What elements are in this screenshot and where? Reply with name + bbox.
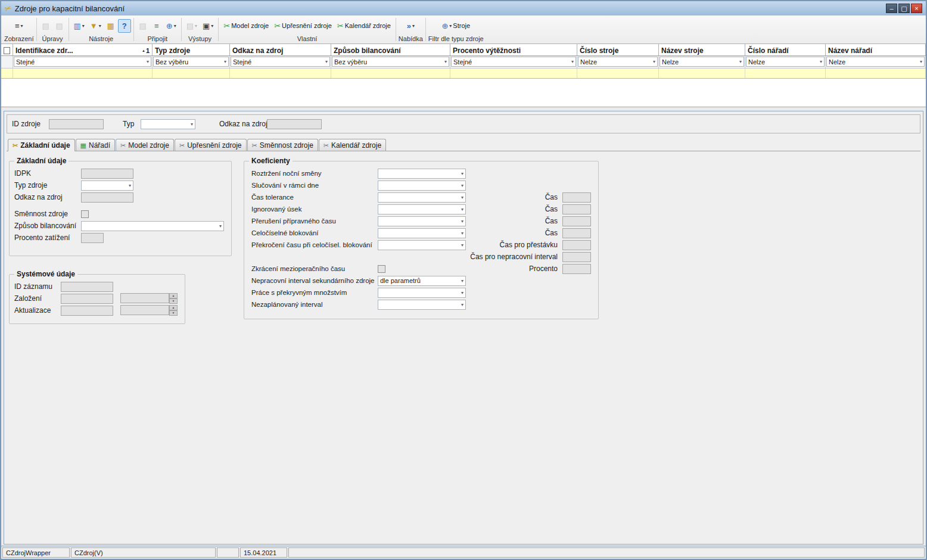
toolbar-group-label: Nástroje <box>71 35 131 43</box>
title-bar: ✂ Zdroje pro kapacitní bilancování – ▢ × <box>1 1 926 15</box>
column-header-identifikace[interactable]: Identifikace zdr... ▲ 1 <box>13 44 153 55</box>
field-label: Ignorovaný úsek <box>251 206 378 213</box>
filter-combo-cislo-stroje[interactable]: Nelze ▾ <box>578 57 658 67</box>
select-all-checkbox[interactable] <box>4 47 10 54</box>
new-row-cell[interactable] <box>826 69 926 78</box>
filter-cell: Bez výběru ▾ <box>153 56 230 68</box>
coef-row: Čas pro nepracovní interval <box>244 251 598 263</box>
toolbar-separator <box>425 18 426 41</box>
column-header-nazev-stroje[interactable]: Název stroje <box>659 44 745 55</box>
smennost-zdroje-label: Směnnost zdroje <box>14 210 81 218</box>
spin-up-icon[interactable]: ▲ <box>169 293 178 298</box>
ignorovany-usek-combo[interactable]: ▾ <box>378 204 466 214</box>
nezaplanovany-interval-combo[interactable]: ▾ <box>378 300 466 310</box>
procento-zatizeni-field <box>81 233 104 243</box>
roztrzeni-nocni-smeny-combo[interactable]: ▾ <box>378 169 466 179</box>
prekroceni-casu-combo[interactable]: ▾ <box>378 240 466 250</box>
filter-combo-procento[interactable]: Stejné ▾ <box>451 57 576 67</box>
web-link-button[interactable]: ⊕ ▾ <box>164 19 179 33</box>
status-cell-filler <box>288 547 925 558</box>
tab-zakladni-udaje[interactable]: ✂ Základní údaje <box>8 139 75 151</box>
field-row: Způsob bilancování ▾ <box>10 220 231 232</box>
coef-row: Čas tolerance ▾ Čas <box>244 191 598 203</box>
chart-button[interactable]: ▥ ▾ <box>71 19 87 33</box>
select-all-cell <box>1 44 13 55</box>
column-header-odkaz[interactable]: Odkaz na zdroj <box>230 44 331 55</box>
coef-row: Slučování v rámci dne ▾ <box>244 179 598 191</box>
grid-new-row <box>1 69 926 79</box>
list-view-button[interactable]: ≡ <box>150 19 163 33</box>
field-label: Slučování v rámci dne <box>251 182 378 189</box>
chevron-down-icon: ▾ <box>189 122 195 127</box>
filter-combo-zpusob[interactable]: Bez výběru ▾ <box>332 57 449 67</box>
typ-combo[interactable]: ▾ <box>141 119 195 129</box>
column-header-label: Číslo stroje <box>580 46 618 55</box>
nepracovni-interval-sekundarniho-zdroje-combo[interactable]: dle parametrů ▾ <box>378 276 466 286</box>
filter-combo-nazev-stroje[interactable]: Nelze ▾ <box>660 57 744 67</box>
minimize-button[interactable]: – <box>886 4 897 13</box>
typ-zdroje-combo[interactable]: ▾ <box>81 181 133 191</box>
filter-button[interactable]: ▼ ▾ <box>88 19 104 33</box>
chevron-down-icon: ▾ <box>459 290 465 295</box>
menu-button[interactable]: » ▾ <box>404 19 417 33</box>
view-menu-button[interactable]: ≡ ▾ <box>13 19 26 33</box>
help-button[interactable]: ? <box>118 19 131 33</box>
tab-smennost-zdroje[interactable]: ✂ Směnnost zdroje <box>247 139 318 151</box>
filter-combo-typ-zdroje[interactable]: Bez výběru ▾ <box>153 57 229 67</box>
new-row-cell[interactable] <box>153 69 230 78</box>
column-header-procento[interactable]: Procento výtěžnosti <box>450 44 577 55</box>
detail-header-fields: ID zdroje Typ ▾ Odkaz na zdroj <box>7 114 920 133</box>
window-title: Zdroje pro kapacitní bilancování <box>15 4 125 13</box>
grid-viewport-empty[interactable] <box>1 79 926 107</box>
groupbox-title: Systémové údaje <box>14 270 77 278</box>
model-zdroje-button[interactable]: ✂ Model zdroje <box>221 19 271 33</box>
tab-model-zdroje[interactable]: ✂ Model zdroje <box>116 139 174 151</box>
print-button[interactable]: ▣ ▾ <box>200 19 216 33</box>
slucovani-v-ramci-dne-combo[interactable]: ▾ <box>378 181 466 191</box>
column-header-label: Typ zdroje <box>155 46 190 55</box>
filter-combo-nazev-naradi[interactable]: Nelze ▾ <box>826 57 925 67</box>
new-row-cell[interactable] <box>13 69 153 78</box>
tab-upresneni-zdroje[interactable]: ✂ Upřesnění zdroje <box>175 139 247 151</box>
new-row-cell[interactable] <box>659 69 745 78</box>
filter-combo-cislo-naradi[interactable]: Nelze ▾ <box>746 57 825 67</box>
calculator-button[interactable]: ▦ <box>104 19 117 33</box>
id-zaznamu-label: ID záznamu <box>14 282 61 291</box>
spin-up-icon[interactable]: ▲ <box>169 305 178 310</box>
filter-combo-identifikace[interactable]: Stejné ▾ <box>14 57 151 67</box>
zpusob-bilancovani-label: Způsob bilancování <box>14 222 81 230</box>
spin-down-icon[interactable]: ▼ <box>169 298 178 304</box>
celociselne-blokovani-combo[interactable]: ▾ <box>378 228 466 238</box>
tab-kalendar-zdroje[interactable]: ✂ Kalendář zdroje <box>319 139 386 151</box>
new-row-cell[interactable] <box>1 69 13 78</box>
upresneni-zdroje-button[interactable]: ✂ Upřesnění zdroje <box>272 19 334 33</box>
tab-naradi[interactable]: ▦ Nářadí <box>76 139 115 151</box>
procento-field <box>562 264 591 274</box>
maximize-button[interactable]: ▢ <box>898 4 910 13</box>
column-header-zpusob[interactable]: Způsob bilancování <box>331 44 450 55</box>
new-row-cell[interactable] <box>577 69 659 78</box>
window-controls: – ▢ × <box>886 4 923 13</box>
close-button[interactable]: × <box>911 4 922 13</box>
column-header-cislo-naradi[interactable]: Číslo nářadí <box>745 44 826 55</box>
new-row-cell[interactable] <box>745 69 826 78</box>
zpusob-bilancovani-combo[interactable]: ▾ <box>81 221 224 231</box>
new-row-cell[interactable] <box>331 69 450 78</box>
cas-field <box>562 192 591 203</box>
cas-tolerance-combo[interactable]: ▾ <box>378 192 466 203</box>
preruseni-pripravneho-casu-combo[interactable]: ▾ <box>378 216 466 226</box>
filter-cell-empty <box>1 56 13 68</box>
field-row: Typ zdroje ▾ <box>10 179 231 191</box>
column-header-typ-zdroje[interactable]: Typ zdroje <box>153 44 230 55</box>
column-header-nazev-naradi[interactable]: Název nářadí <box>826 44 926 55</box>
prace-s-prekryvnym-mnozstvim-combo[interactable]: ▾ <box>378 288 466 298</box>
filter-combo-odkaz[interactable]: Stejné ▾ <box>231 57 330 67</box>
kalendar-zdroje-button[interactable]: ✂ Kalendář zdroje <box>335 19 393 33</box>
field-row: Směnnost zdroje <box>10 208 231 220</box>
column-header-cislo-stroje[interactable]: Číslo stroje <box>577 44 659 55</box>
aktualizace-label: Aktualizace <box>14 306 61 315</box>
new-row-cell[interactable] <box>450 69 577 78</box>
spin-down-icon[interactable]: ▼ <box>169 310 178 316</box>
machine-type-filter-button[interactable]: ⊕ ▾ Stroje <box>439 19 472 33</box>
new-row-cell[interactable] <box>230 69 331 78</box>
